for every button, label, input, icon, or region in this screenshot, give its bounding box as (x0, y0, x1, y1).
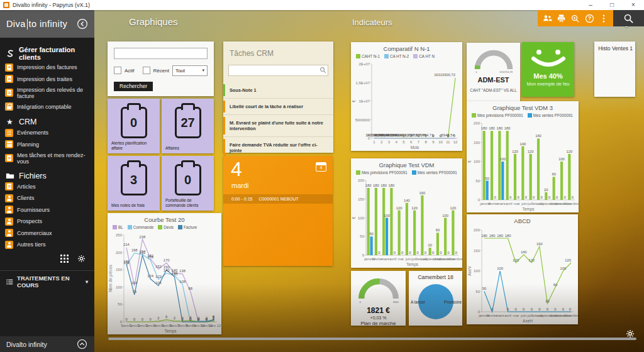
rechercher-button[interactable]: Rechercher (114, 82, 153, 91)
sidebar-item-mes-taches[interactable]: Mes tâches et mes rendez-vous (5, 151, 91, 166)
legend-item: Mes ventes PF000091 (528, 113, 573, 118)
vdm3-svg: 050100150200janvierfévriermarsavrilmaiju… (467, 118, 579, 212)
svg-text:Temps: Temps (406, 262, 419, 267)
folder-icon (5, 172, 14, 180)
svg-text:6742701,99: 6742701,99 (499, 70, 513, 74)
sidebar-item-prospects[interactable]: Prospects (5, 216, 91, 227)
calendar-event[interactable]: 0:00 - 0:15C0000001 NEBOUT (223, 194, 333, 204)
legend-item: CA HT N (413, 54, 435, 58)
svg-text:avril: avril (506, 202, 513, 206)
sidebar-item-autres-tiers[interactable]: Autres tiers (5, 239, 91, 250)
smiley-kpi-tile[interactable]: Mes 40% Mon exemple de feu (522, 42, 574, 97)
tile-alertes-planification[interactable]: 0 Alertes planification affaire (108, 99, 160, 153)
gauge-arc: 06742701,99 (471, 47, 516, 76)
svg-text:0: 0 (432, 134, 434, 138)
svg-text:Mois: Mois (411, 145, 419, 150)
tile-portefeuille-commande[interactable]: 0 Portefeuille de commande clients (162, 156, 214, 211)
collapse-sidebar-icon[interactable] (77, 18, 88, 30)
svg-text:180: 180 (481, 234, 487, 238)
svg-text:0: 0 (416, 251, 418, 255)
sidebar-item-impression-traites[interactable]: Impression des traites (5, 74, 91, 84)
svg-text:0: 0 (515, 307, 517, 311)
lock-icon (5, 102, 13, 111)
actif-checkbox[interactable] (114, 67, 121, 74)
minimize-button[interactable]: – (580, 0, 601, 10)
expand-up-icon[interactable] (77, 339, 88, 350)
vdm3-chart: 050100150200janvierfévriermarsavrilmaiju… (467, 118, 579, 212)
svg-text:0: 0 (401, 251, 403, 255)
tile-affaires[interactable]: 27 Affaires (162, 99, 214, 153)
sidebar-item-impression-factures[interactable]: Impression des factures (5, 62, 91, 73)
sidebar-item-fournisseurs[interactable]: Fournisseurs (5, 204, 91, 215)
svg-text:5: 5 (402, 140, 405, 144)
sidebar-item-commerciaux[interactable]: Commerciaux (5, 228, 91, 238)
sidebar-item-planning[interactable]: Planning (5, 139, 91, 150)
svg-text:120: 120 (512, 150, 518, 153)
menu-dots-icon[interactable] (598, 13, 609, 24)
printer-icon[interactable] (556, 13, 567, 24)
task-item[interactable]: Sous-Note 1 (223, 82, 333, 99)
close-button[interactable]: × (623, 0, 644, 10)
svg-text:6: 6 (213, 315, 214, 319)
legend-item: CAHT N-1 (356, 54, 380, 58)
sidebar-item-clients[interactable]: Clients (5, 193, 91, 204)
svg-text:juillet: juillet (526, 314, 536, 317)
calendar-tile[interactable]: 4 4 mardi 0:00 - 0:15C0000001 NEBOUT (223, 156, 333, 266)
recent-checkbox[interactable] (143, 67, 150, 74)
svg-text:0: 0 (455, 251, 457, 255)
svg-text:100: 100 (558, 157, 565, 161)
svg-text:120: 120 (450, 206, 457, 210)
legend-item: Mes prévisions PF000091 (472, 113, 523, 118)
svg-text:170: 170 (164, 258, 170, 262)
histo-title: Histo Ventes 1 (598, 45, 633, 52)
task-item[interactable]: M. Evrard se plaint d'une fuite suite à … (223, 115, 333, 137)
svg-text:20: 20 (544, 188, 548, 192)
courbe-test-20-panel: Courbe Test 20 BLCommandeDevisFacture 05… (108, 213, 221, 334)
svg-text:Sem 12: Sem 12 (208, 324, 221, 327)
apps-grid-icon[interactable] (60, 254, 69, 265)
tile-notes-de-frais[interactable]: 3 Mes notes de frais (108, 156, 160, 211)
sidebar-item-impression-releves[interactable]: Impression des relevés de facture (5, 85, 91, 101)
taches-search-input[interactable] (228, 65, 328, 76)
maximize-button[interactable]: □ (601, 0, 623, 10)
sidebar-menu: Gérer facturation clients Impression des… (0, 38, 94, 254)
help-icon[interactable]: ? (584, 13, 595, 24)
svg-text:0: 0 (447, 251, 449, 255)
svg-text:180: 180 (497, 126, 503, 130)
svg-text:180: 180 (497, 234, 503, 238)
svg-text:décembre: décembre (562, 202, 579, 206)
svg-text:juillet: juillet (411, 257, 421, 261)
sidebar-section-fichiers[interactable]: Fichiers (5, 172, 91, 180)
dashboard-settings-gear-icon[interactable] (626, 329, 635, 338)
sidebar-item-integration-comptable[interactable]: Intégration comptable (5, 101, 91, 112)
tout-select[interactable]: Tout ▾ (172, 65, 208, 76)
search-plus-icon[interactable] (570, 13, 580, 24)
svg-text:160: 160 (535, 134, 541, 138)
person-icon (5, 194, 13, 202)
svg-text:100: 100 (358, 216, 365, 220)
horizontal-scrollbar[interactable] (108, 338, 636, 340)
svg-text:3: 3 (388, 140, 391, 144)
svg-text:0: 0 (402, 134, 404, 138)
svg-text:140: 140 (404, 199, 410, 202)
sidebar-section-crm[interactable]: ★ CRM (5, 118, 91, 126)
task-item[interactable]: Libellé court de la tâche à réaliser (223, 99, 333, 115)
sidebar-item-evenements[interactable]: Evénements (5, 128, 91, 138)
smiley-value: Mes 40% (533, 72, 562, 80)
sidebar-section-facturation[interactable]: Gérer facturation clients (5, 46, 91, 61)
global-search-button[interactable] (613, 10, 644, 26)
svg-text:50: 50 (485, 177, 489, 180)
person-icon (5, 217, 13, 226)
svg-text:152: 152 (155, 265, 162, 268)
users-icon[interactable] (542, 13, 553, 24)
svg-text:120: 120 (567, 150, 573, 153)
svg-text:9: 9 (432, 140, 435, 144)
sidebar-item-articles[interactable]: Articles (5, 181, 91, 192)
search-filter-panel: Actif Récent Tout ▾ Rechercher (108, 41, 214, 96)
svg-text:50: 50 (118, 302, 122, 306)
svg-text:180: 180 (481, 126, 487, 130)
settings-gear-icon[interactable] (77, 254, 86, 265)
treatments-en-cours-button[interactable]: TRAITEMENTS EN COURS ▾ (0, 270, 94, 292)
svg-text:200: 200 (474, 121, 480, 125)
search-input[interactable] (114, 48, 208, 59)
